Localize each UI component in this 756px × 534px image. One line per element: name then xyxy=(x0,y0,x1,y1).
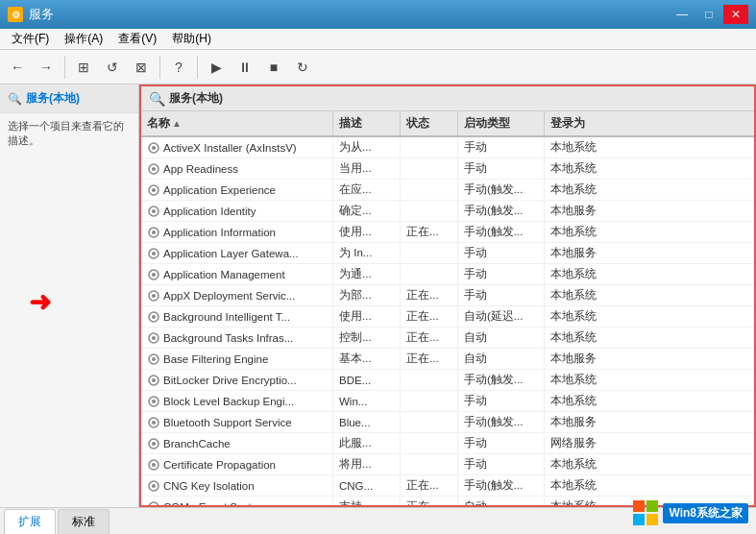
td-name: BitLocker Drive Encryptio... xyxy=(141,370,333,390)
maximize-button[interactable]: □ xyxy=(696,5,721,24)
table-row[interactable]: BitLocker Drive Encryptio...BDE...手动(触发.… xyxy=(141,370,754,391)
th-name[interactable]: 名称 ▲ xyxy=(141,111,333,135)
table-row[interactable]: Background Tasks Infras...控制...正在...自动本地… xyxy=(141,328,754,349)
table-row[interactable]: Base Filtering Engine基本...正在...自动本地服务 xyxy=(141,349,754,370)
service-name: App Readiness xyxy=(163,163,238,175)
refresh-button[interactable]: ↺ xyxy=(99,54,126,81)
th-desc[interactable]: 描述 xyxy=(333,111,401,135)
td-status xyxy=(401,180,458,200)
tab-expand[interactable]: 扩展 xyxy=(4,509,56,534)
td-name: App Readiness xyxy=(141,158,333,179)
pause-button[interactable]: ⏸ xyxy=(232,54,258,81)
menu-item-帮助(H)[interactable]: 帮助(H) xyxy=(164,29,219,49)
td-desc: Win... xyxy=(333,391,401,411)
svg-point-33 xyxy=(152,484,156,488)
table-row[interactable]: App Readiness当用...手动本地系统 xyxy=(141,158,754,180)
service-name: Certificate Propagation xyxy=(163,459,276,471)
table-row[interactable]: CNG Key IsolationCNG...正在...手动(触发...本地系统 xyxy=(141,475,754,497)
service-name: Background Intelligent T... xyxy=(163,311,290,323)
td-starttype: 手动 xyxy=(458,158,545,179)
service-name: COM+ Event System xyxy=(163,501,267,506)
table-row[interactable]: Block Level Backup Engi...Win...手动本地系统 xyxy=(141,391,754,412)
table-row[interactable]: AppX Deployment Servic...为部...正在...手动本地系… xyxy=(141,285,754,306)
help-button[interactable]: ? xyxy=(165,54,192,81)
td-starttype: 自动 xyxy=(458,328,545,348)
service-icon xyxy=(147,500,160,506)
tab-standard[interactable]: 标准 xyxy=(58,509,110,534)
table-row[interactable]: ActiveX Installer (AxInstsV)为从...手动本地系统 xyxy=(141,137,754,158)
table-row[interactable]: Bluetooth Support ServiceBlue...手动(触发...… xyxy=(141,412,754,433)
table-row[interactable]: BranchCache此服...手动网络服务 xyxy=(141,433,754,454)
menu-bar: 文件(F)操作(A)查看(V)帮助(H) xyxy=(0,29,756,50)
watermark-text: Win8系统之家 xyxy=(663,503,748,523)
service-name: AppX Deployment Servic... xyxy=(163,290,295,302)
right-panel-title: 服务(本地) xyxy=(169,90,223,107)
minimize-button[interactable]: — xyxy=(670,5,695,24)
th-starttype[interactable]: 启动类型 xyxy=(458,111,545,135)
menu-item-文件(F)[interactable]: 文件(F) xyxy=(4,29,57,49)
td-status xyxy=(401,412,458,432)
service-icon xyxy=(147,183,160,197)
service-table[interactable]: 名称 ▲ 描述 状态 启动类型 登录为 ActiveX Installer (A… xyxy=(141,111,754,505)
td-loginas: 本地系统 xyxy=(545,264,622,284)
magnifier-icon: 🔍 xyxy=(8,92,22,106)
td-status xyxy=(401,137,458,158)
table-row[interactable]: Application Layer Gatewa...为 In...手动本地服务 xyxy=(141,243,754,264)
td-name: ActiveX Installer (AxInstsV) xyxy=(141,137,333,158)
restart-button[interactable]: ↻ xyxy=(289,54,316,81)
table-row[interactable]: Background Intelligent T...使用...正在...自动(… xyxy=(141,306,754,328)
back-button[interactable]: ← xyxy=(4,54,31,81)
title-bar-left: ⚙ 服务 xyxy=(8,6,54,23)
table-row[interactable]: Certificate Propagation将用...手动本地系统 xyxy=(141,454,754,475)
svg-point-19 xyxy=(152,336,156,340)
table-row[interactable]: Application Experience在应...手动(触发...本地系统 xyxy=(141,180,754,201)
menu-item-操作(A)[interactable]: 操作(A) xyxy=(57,29,110,49)
td-loginas: 本地系统 xyxy=(545,306,622,327)
svg-point-9 xyxy=(152,231,156,234)
left-panel-content: 选择一个项目来查看它的描述。 ➜ xyxy=(0,113,138,507)
td-starttype: 手动(触发... xyxy=(458,201,545,221)
td-loginas: 本地服务 xyxy=(545,201,622,221)
td-starttype: 手动(触发... xyxy=(458,475,545,496)
td-name: Application Experience xyxy=(141,180,333,200)
table-row[interactable]: Application Information使用...正在...手动(触发..… xyxy=(141,222,754,243)
td-starttype: 手动(触发... xyxy=(458,370,545,390)
service-icon xyxy=(147,374,160,387)
close-button[interactable]: ✕ xyxy=(723,5,748,24)
service-icon xyxy=(147,205,160,218)
svg-point-25 xyxy=(152,400,156,403)
right-panel-header: 🔍 服务(本地) xyxy=(141,86,754,111)
th-status[interactable]: 状态 xyxy=(401,111,458,135)
td-desc: 为通... xyxy=(333,264,401,284)
window-controls: — □ ✕ xyxy=(670,5,748,24)
td-name: Application Identity xyxy=(141,201,333,221)
th-loginas[interactable]: 登录为 xyxy=(545,111,622,135)
td-starttype: 手动 xyxy=(458,137,545,158)
td-status: 正在... xyxy=(401,475,458,496)
stop-button[interactable]: ■ xyxy=(260,54,287,81)
svg-rect-36 xyxy=(633,500,645,512)
forward-button[interactable]: → xyxy=(33,54,60,81)
td-desc: 为从... xyxy=(333,137,401,158)
svg-point-21 xyxy=(152,357,156,361)
td-loginas: 本地系统 xyxy=(545,391,622,411)
td-loginas: 本地服务 xyxy=(545,349,622,369)
export-button[interactable]: ⊠ xyxy=(128,54,155,81)
toolbar: ← → ⊞ ↺ ⊠ ? ▶ ⏸ ■ ↻ xyxy=(0,50,756,85)
table-row[interactable]: Application Identity确定...手动(触发...本地服务 xyxy=(141,201,754,222)
td-name: Background Tasks Infras... xyxy=(141,328,333,348)
show-hide-button[interactable]: ⊞ xyxy=(70,54,97,81)
start-button[interactable]: ▶ xyxy=(203,54,230,81)
service-name: BranchCache xyxy=(163,438,231,449)
td-loginas: 本地系统 xyxy=(545,222,622,242)
service-name: ActiveX Installer (AxInstsV) xyxy=(163,142,297,154)
table-row[interactable]: Application Management为通...手动本地系统 xyxy=(141,264,754,285)
svg-point-27 xyxy=(152,421,156,425)
svg-point-1 xyxy=(152,146,156,150)
td-status xyxy=(401,433,458,453)
service-icon xyxy=(147,416,160,429)
td-desc: 为部... xyxy=(333,285,401,305)
td-desc: 在应... xyxy=(333,180,401,200)
td-starttype: 手动 xyxy=(458,285,545,305)
menu-item-查看(V)[interactable]: 查看(V) xyxy=(110,29,164,49)
